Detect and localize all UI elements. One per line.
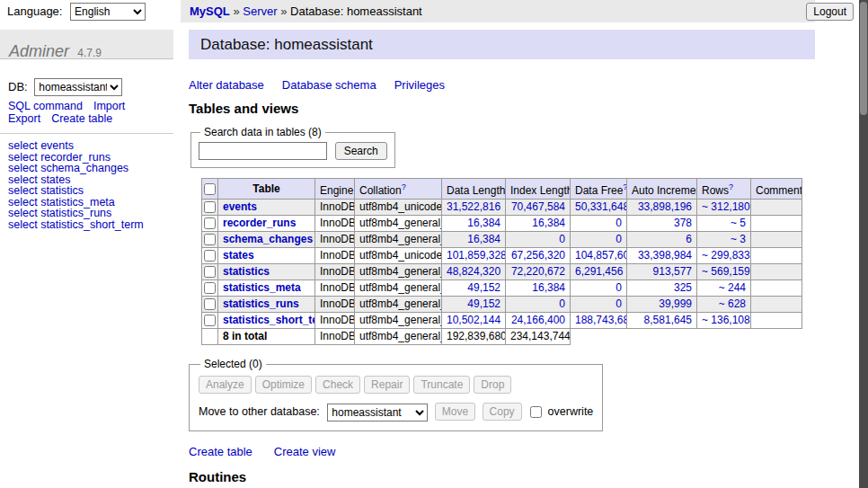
drop-button[interactable]: Drop [474,376,511,394]
collation-cell: utf8mb4_general_ci [355,280,442,297]
search-input[interactable] [199,142,327,160]
database-nav-links: Alter databaseDatabase schemaPrivileges [189,78,815,92]
table-link-states[interactable]: states [223,249,254,262]
row-checkbox-statistics_short_term[interactable] [204,315,216,326]
column-header-data-free: Data Free? [571,179,627,200]
sidebar-action-import[interactable]: Import [93,100,125,112]
table-link-recorder_runs[interactable]: recorder_runs [223,217,296,229]
search-fieldset: Search data in tables (8) Search [190,126,395,168]
row-checkbox-states[interactable] [204,250,216,262]
db-selector-row: DB: homeassistant [8,78,173,96]
nav-privileges[interactable]: Privileges [394,78,445,92]
index-length-cell: 72,220,672 [506,264,571,280]
rows-link-events[interactable]: ~ 312,180 [702,200,750,213]
sidebar-action-create-table[interactable]: Create table [51,112,112,125]
comment-cell [751,216,802,232]
rows-cell: ~ 628 [697,297,751,313]
row-checkbox-events[interactable] [204,201,216,213]
table-link-statistics_short_term[interactable]: statistics_short_term [223,314,315,326]
rows-link-statistics_runs[interactable]: ~ 628 [719,297,746,310]
index-length-cell: 16,384 [506,216,571,232]
select-all-checkbox[interactable] [204,183,216,195]
nav-alter-database[interactable]: Alter database [189,78,264,92]
check-button[interactable]: Check [315,376,360,394]
row-check-cell [202,200,218,216]
optimize-button[interactable]: Optimize [255,376,312,394]
sidebar-select-statistics-short-term[interactable]: select statistics_short_term [8,218,144,231]
move-button[interactable]: Move [435,403,475,421]
sidebar-action-sql-command[interactable]: SQL command [8,100,83,112]
overwrite-control[interactable]: overwrite [530,405,593,418]
app-header: Adminer 4.7.9 [0,30,173,59]
column-header-engine: Engine? [315,179,355,200]
data-length-cell: 48,824,320 [442,264,506,280]
nav-database-schema[interactable]: Database schema [282,78,376,92]
column-header-label: Comment [756,184,802,197]
row-checkbox-recorder_runs[interactable] [204,217,216,229]
data-free-cell: 0 [571,216,627,232]
rows-link-statistics_meta[interactable]: ~ 244 [719,281,746,294]
table-link-statistics_meta[interactable]: statistics_meta [223,281,301,294]
comment-cell [751,313,802,329]
row-check-cell [202,232,218,248]
help-icon[interactable]: ? [729,182,733,191]
breadcrumb-server[interactable]: Server [243,4,277,18]
analyze-button[interactable]: Analyze [199,376,252,394]
app-version: 4.7.9 [77,47,102,59]
rows-link-recorder_runs[interactable]: ~ 5 [731,217,746,229]
create-create-view[interactable]: Create view [274,445,336,458]
create-links: Create tableCreate view [189,445,815,458]
row-check-cell [202,248,218,264]
table-link-schema_changes[interactable]: schema_changes [223,233,313,245]
auto-increment-cell: 913,577 [627,264,697,280]
help-icon[interactable]: ? [402,182,406,191]
rows-link-states[interactable]: ~ 299,833 [702,249,750,262]
collation-cell: utf8mb4_general_ci [355,313,442,329]
table-row-statistics_meta: statistics_metaInnoDButf8mb4_general_ci4… [202,280,802,297]
vertical-scrollbar[interactable] [859,0,868,488]
rows-link-schema_changes[interactable]: ~ 3 [731,233,746,245]
repair-button[interactable]: Repair [364,376,410,394]
table-link-statistics_runs[interactable]: statistics_runs [223,297,299,310]
search-button[interactable]: Search [335,142,387,160]
rows-link-statistics[interactable]: ~ 569,159 [702,265,750,278]
table-row-schema_changes: schema_changesInnoDButf8mb4_general_ci16… [202,232,802,248]
truncate-button[interactable]: Truncate [413,376,470,394]
breadcrumb-mysql[interactable]: MySQL [190,4,230,18]
row-checkbox-statistics_meta[interactable] [204,282,216,294]
table-name-cell: recorder_runs [218,216,315,232]
rows-cell: ~ 136,108 [697,313,751,329]
copy-button[interactable]: Copy [483,403,522,421]
help-sup: ? [623,182,626,191]
comment-cell [751,264,802,280]
table-name-cell: statistics_short_term [218,313,315,329]
table-link-statistics[interactable]: statistics [223,265,270,278]
rows-cell: ~ 312,180 [697,200,751,216]
help-icon[interactable]: ? [623,182,626,191]
create-create-table[interactable]: Create table [189,445,252,458]
rows-link-statistics_short_term[interactable]: ~ 136,108 [702,314,750,326]
row-checkbox-schema_changes[interactable] [204,234,216,245]
table-link-events[interactable]: events [223,200,257,213]
data-free-cell: 50,331,648 [571,200,627,216]
move-db-select[interactable]: homeassistant [327,404,428,421]
language-select[interactable]: English [70,3,146,21]
row-check-cell [202,313,218,329]
selected-fieldset: Selected (0) AnalyzeOptimizeCheckRepairT… [189,358,603,431]
selected-actions: AnalyzeOptimizeCheckRepairTruncateDrop [199,376,593,394]
row-check-cell [202,264,218,280]
data-length-cell: 10,502,144 [442,313,506,329]
db-select[interactable]: homeassistant [34,78,122,96]
row-checkbox-statistics[interactable] [204,266,216,278]
data-length-cell: 31,522,816 [442,200,506,216]
move-label: Move to other database: [199,405,320,418]
logout-button[interactable]: Logout [806,3,854,21]
sidebar-action-export[interactable]: Export [8,112,40,125]
language-control: Language: English [7,3,146,21]
scrollbar-thumb[interactable] [860,2,867,115]
row-checkbox-statistics_runs[interactable] [204,298,216,310]
breadcrumb-separator: » [230,4,243,18]
overwrite-checkbox[interactable] [530,406,542,418]
column-header-table: Table [218,179,315,200]
rows-cell: ~ 5 [697,216,751,232]
